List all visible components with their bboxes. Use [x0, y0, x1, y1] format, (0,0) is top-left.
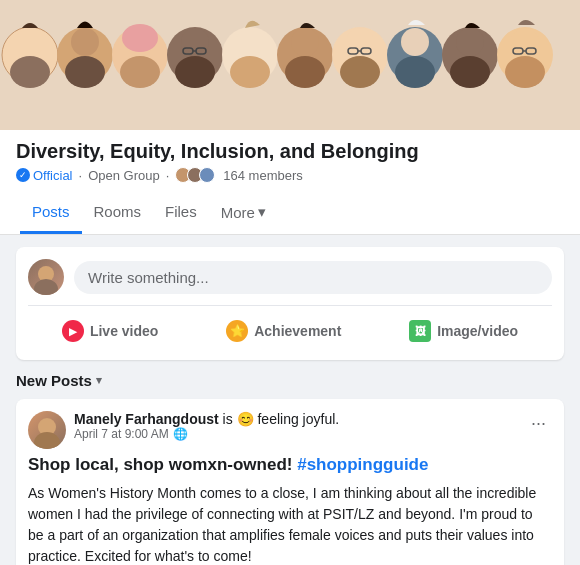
svg-point-13 — [181, 28, 209, 56]
member-avatars — [175, 167, 211, 183]
svg-point-22 — [291, 28, 319, 56]
post-date[interactable]: April 7 at 9:00 AM — [74, 427, 169, 441]
tab-files[interactable]: Files — [153, 193, 209, 234]
svg-point-43 — [34, 279, 58, 295]
current-user-avatar — [28, 259, 64, 295]
svg-point-23 — [285, 56, 325, 88]
image-video-button[interactable]: 🖼 Image/video — [397, 314, 530, 348]
post-author-info: Manely Farhangdoust is 😊 feeling joyful.… — [28, 411, 339, 449]
svg-point-37 — [511, 28, 539, 56]
svg-point-14 — [175, 56, 215, 88]
dot-separator: · — [79, 168, 83, 183]
live-video-label: Live video — [90, 323, 158, 339]
svg-point-26 — [340, 56, 380, 88]
dot-separator-2: · — [166, 168, 170, 183]
group-info-section: Diversity, Equity, Inclusion, and Belong… — [0, 130, 580, 235]
group-banner — [0, 0, 580, 130]
chevron-down-icon: ▾ — [258, 203, 266, 221]
achievement-label: Achievement — [254, 323, 341, 339]
svg-point-6 — [71, 28, 99, 56]
live-video-icon: ▶ — [62, 320, 84, 342]
more-options-button[interactable]: ··· — [525, 411, 552, 436]
write-post-input[interactable]: Write something... — [74, 261, 552, 294]
svg-point-25 — [346, 28, 374, 56]
post-card: Manely Farhangdoust is 😊 feeling joyful.… — [16, 399, 564, 565]
achievement-button[interactable]: ⭐ Achievement — [214, 314, 353, 348]
svg-point-19 — [236, 28, 264, 56]
author-feeling-emoji: 😊 — [237, 411, 254, 427]
post-date-row: April 7 at 9:00 AM 🌐 — [74, 427, 339, 441]
post-header: Manely Farhangdoust is 😊 feeling joyful.… — [28, 411, 552, 449]
svg-point-34 — [456, 28, 484, 56]
svg-point-32 — [395, 56, 435, 88]
post-title: Shop local, shop womxn-owned! #shoppingg… — [28, 455, 552, 475]
write-post-top: Write something... — [28, 259, 552, 295]
post-body-p1: As Women's History Month comes to a clos… — [28, 483, 552, 565]
author-name[interactable]: Manely Farhangdoust — [74, 411, 219, 427]
tab-more[interactable]: More ▾ — [209, 193, 278, 234]
official-icon: ✓ — [16, 168, 30, 182]
members-info: 164 members — [175, 167, 302, 183]
achievement-icon: ⭐ — [226, 320, 248, 342]
tab-posts[interactable]: Posts — [20, 193, 82, 234]
live-video-button[interactable]: ▶ Live video — [50, 314, 170, 348]
globe-icon: 🌐 — [173, 427, 188, 441]
author-name-row: Manely Farhangdoust is 😊 feeling joyful. — [74, 411, 339, 427]
write-post-box: Write something... ▶ Live video ⭐ Achiev… — [16, 247, 564, 360]
svg-point-45 — [34, 432, 60, 449]
author-feeling-text: is — [223, 411, 237, 427]
svg-point-11 — [122, 24, 158, 52]
svg-point-38 — [505, 56, 545, 88]
official-label: Official — [33, 168, 73, 183]
group-type: Open Group — [88, 168, 160, 183]
tab-rooms[interactable]: Rooms — [82, 193, 154, 234]
svg-point-10 — [120, 56, 160, 88]
nav-tabs: Posts Rooms Files More ▾ — [16, 193, 564, 234]
author-avatar — [28, 411, 66, 449]
author-feeling: feeling joyful. — [257, 411, 339, 427]
member-avatar-3 — [199, 167, 215, 183]
svg-point-35 — [450, 56, 490, 88]
group-title: Diversity, Equity, Inclusion, and Belong… — [16, 140, 564, 163]
image-video-icon: 🖼 — [409, 320, 431, 342]
author-details: Manely Farhangdoust is 😊 feeling joyful.… — [74, 411, 339, 441]
svg-point-7 — [65, 56, 105, 88]
main-content: Write something... ▶ Live video ⭐ Achiev… — [0, 235, 580, 565]
post-actions: ▶ Live video ⭐ Achievement 🖼 Image/video — [28, 305, 552, 348]
new-posts-chevron-icon[interactable]: ▾ — [96, 374, 102, 387]
new-posts-header: New Posts ▾ — [16, 372, 564, 389]
svg-point-20 — [230, 56, 270, 88]
group-meta: ✓ Official · Open Group · 164 members — [16, 167, 564, 183]
new-posts-label: New Posts — [16, 372, 92, 389]
post-hashtag[interactable]: #shoppingguide — [297, 455, 428, 474]
post-body: As Women's History Month comes to a clos… — [28, 483, 552, 565]
official-badge: ✓ Official — [16, 168, 73, 183]
svg-point-3 — [16, 28, 44, 56]
member-count: 164 members — [223, 168, 302, 183]
svg-point-31 — [401, 28, 429, 56]
svg-point-4 — [10, 56, 50, 88]
image-video-label: Image/video — [437, 323, 518, 339]
